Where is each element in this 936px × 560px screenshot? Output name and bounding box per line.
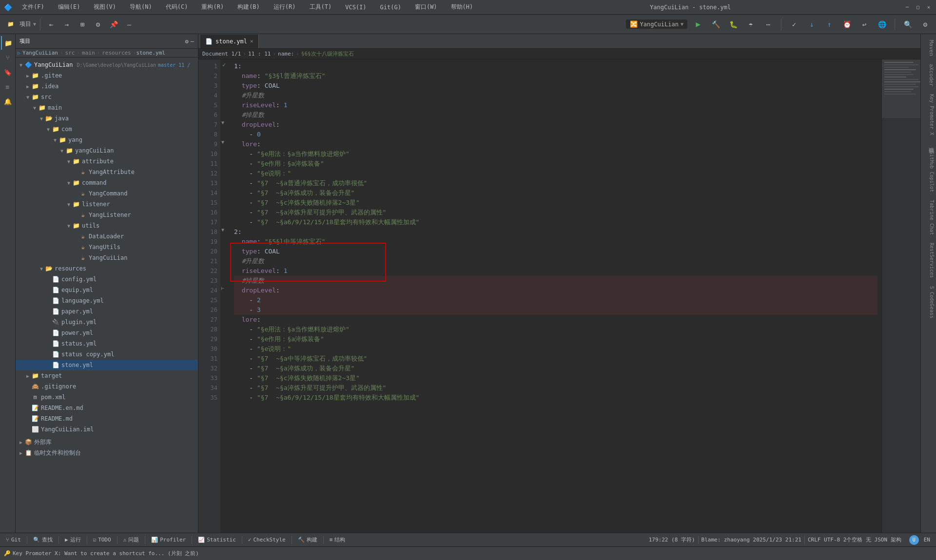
tree-item-readme[interactable]: ▶ 📝 README.md — [16, 413, 198, 424]
menu-code[interactable]: 代码(C) — [162, 3, 192, 11]
tree-item-pom[interactable]: ▶ m pom.xml — [16, 392, 198, 403]
tree-item-yangcuilian2[interactable]: ▶ ☕ YangCuiLian — [16, 252, 198, 263]
tree-item-language[interactable]: ▶ 📄 language.yml — [16, 295, 198, 306]
tree-item-status-copy[interactable]: ▶ 📄 status copy.yml — [16, 349, 198, 360]
status-avatar[interactable]: U — [907, 535, 921, 545]
branch-label[interactable]: YangCuiLian — [640, 21, 678, 28]
status-todo[interactable]: ☑ TODO — [91, 533, 113, 546]
tree-item-stone[interactable]: ▶ 📄 stone.yml — [16, 360, 198, 370]
coverage-icon[interactable]: ☂ — [744, 18, 758, 31]
run-icon[interactable]: ▶ — [691, 18, 705, 31]
menu-view[interactable]: 视图(V) — [90, 3, 120, 11]
pin-icon[interactable]: 📌 — [107, 18, 120, 31]
axcoder-tool[interactable]: aXcoder — [922, 60, 936, 90]
structure-nav-icon[interactable]: ≡ — [1, 80, 15, 94]
tree-item-status[interactable]: ▶ 📄 status.yml — [16, 338, 198, 349]
build-icon[interactable]: 🔨 — [709, 18, 722, 31]
tree-item-equip[interactable]: ▶ 📄 equip.yml — [16, 285, 198, 295]
github-copilot-tool[interactable]: GitHub Copilot — [922, 147, 936, 196]
project-nav-icon[interactable]: 📁 — [1, 36, 15, 50]
navigate-forward-icon[interactable]: → — [60, 18, 74, 31]
status-profiler[interactable]: 📊 Profiler — [149, 533, 188, 546]
tree-item-yanglistener[interactable]: ▶ ☕ YangListener — [16, 210, 198, 220]
menu-build[interactable]: 构建(B) — [234, 3, 264, 11]
menu-tools[interactable]: 工具(T) — [306, 3, 336, 11]
translate-tool[interactable]: 翻译 — [922, 139, 936, 147]
tree-item-com[interactable]: ▼ 📁 com — [16, 124, 198, 135]
codegeass-tool[interactable]: S CodeGeass — [922, 282, 936, 322]
close-button[interactable]: ✕ — [925, 4, 932, 11]
tree-item-external[interactable]: ▶ 📦 外部库 — [16, 437, 198, 447]
tree-item-gitee[interactable]: ▶ 📁 .gitee — [16, 70, 198, 81]
menu-vcs[interactable]: VCS(I) — [341, 4, 370, 11]
more-run-icon[interactable]: ⋯ — [761, 18, 775, 31]
search-everywhere-icon[interactable]: 🔍 — [901, 18, 915, 31]
menu-file[interactable]: 文件(F) — [18, 3, 48, 11]
debug-icon[interactable]: 🐛 — [726, 18, 740, 31]
maximize-button[interactable]: □ — [915, 4, 921, 11]
status-build[interactable]: 🔨 构建 — [296, 533, 319, 546]
translate-icon[interactable]: 🌐 — [875, 18, 889, 31]
tree-item-yangattribute[interactable]: ▶ ☕ YangAttribute — [16, 167, 198, 177]
status-blame[interactable]: Blame: zhaoyang 2025/1/23 21:21 — [700, 537, 803, 543]
settings-icon[interactable]: ⚙ — [91, 18, 105, 31]
collapse-icon[interactable]: — — [122, 18, 136, 31]
gutter-fold-24[interactable]: ⊢ — [221, 286, 224, 291]
tree-item-command[interactable]: ▼ 📁 command — [16, 177, 198, 188]
status-structure[interactable]: ≡ 结构 — [328, 533, 348, 546]
tree-item-power[interactable]: ▶ 📄 power.yml — [16, 328, 198, 338]
tree-item-yangcommand[interactable]: ▶ ☕ YangCommand — [16, 188, 198, 199]
tree-item-utils[interactable]: ▼ 📁 utils — [16, 220, 198, 231]
maven-tool[interactable]: Maven — [922, 36, 936, 60]
status-statistic[interactable]: 📈 Statistic — [196, 533, 238, 546]
tree-item-resources[interactable]: ▼ 📂 resources — [16, 263, 198, 274]
tree-item-readme-en[interactable]: ▶ 📝 README.en.md — [16, 403, 198, 413]
git-revert-icon[interactable]: ↩ — [858, 18, 871, 31]
tab-stone-yml[interactable]: 📄 stone.yml ✕ — [200, 35, 259, 48]
status-issues[interactable]: ⚠ 问题 — [121, 533, 141, 546]
status-git[interactable]: ⑂ Git — [4, 533, 23, 546]
panel-gear-icon[interactable]: ⚙ — [185, 38, 189, 45]
status-position[interactable]: 179:22 (8 字符) — [647, 536, 697, 543]
status-lang[interactable]: EN — [922, 537, 932, 543]
status-search[interactable]: 🔍 查找 — [31, 533, 55, 546]
status-encoding[interactable]: CRLF UTF-8 2个空格 无 JSON 架构 — [806, 536, 903, 543]
tree-item-scratch[interactable]: ▶ 📋 临时文件和控制台 — [16, 447, 198, 458]
tree-item-java[interactable]: ▼ 📂 java — [16, 113, 198, 124]
tree-item-root[interactable]: ▼ 🔷 YangCuiLian D:\Game\develop\YangCuiL… — [16, 59, 198, 70]
tree-item-src[interactable]: ▼ 📁 src — [16, 92, 198, 102]
tabrine-tool[interactable]: Tabrine Chat — [922, 196, 936, 239]
tree-item-idea[interactable]: ▶ 📁 .idea — [16, 81, 198, 92]
branch-dropdown[interactable]: ▼ — [681, 21, 683, 27]
tree-item-gitignore[interactable]: ▶ 🙈 .gitignore — [16, 381, 198, 392]
tree-item-config[interactable]: ▶ 📄 config.yml — [16, 274, 198, 285]
menu-help[interactable]: 帮助(H) — [447, 3, 477, 11]
tree-item-main[interactable]: ▼ 📁 main — [16, 102, 198, 113]
menu-edit[interactable]: 编辑(E) — [54, 3, 84, 11]
menu-run[interactable]: 运行(R) — [270, 3, 300, 11]
tree-item-yang[interactable]: ▼ 📁 yang — [16, 135, 198, 145]
tree-item-paper[interactable]: ▶ 📄 paper.yml — [16, 306, 198, 317]
bookmark-icon[interactable]: 🔖 — [1, 65, 15, 79]
panel-minimize-icon[interactable]: — — [191, 38, 194, 45]
project-dropdown-arrow[interactable]: ▼ — [33, 21, 36, 27]
menu-refactor[interactable]: 重构(R) — [197, 3, 228, 11]
git-pull-icon[interactable]: ↓ — [805, 18, 819, 31]
menu-window[interactable]: 窗口(W) — [411, 3, 441, 11]
rest-services-tool[interactable]: RestServices — [922, 239, 936, 282]
tree-item-iml[interactable]: ▶ ⬜ YangCuiLian.iml — [16, 424, 198, 435]
git-push-icon[interactable]: ↑ — [822, 18, 836, 31]
navigate-back-icon[interactable]: ← — [44, 18, 58, 31]
status-checkstyle[interactable]: ✓ CheckStyle — [246, 533, 288, 546]
tree-item-plugin[interactable]: ▶ 🔌 plugin.yml — [16, 317, 198, 328]
gutter-fold-7[interactable]: ▼ — [221, 120, 224, 125]
tab-stone-close[interactable]: ✕ — [250, 38, 254, 44]
git-commit-icon[interactable]: ✓ — [787, 18, 801, 31]
settings2-icon[interactable]: ⚙ — [918, 18, 932, 31]
gutter-fold-27[interactable]: ▼ — [221, 227, 224, 232]
menu-nav[interactable]: 导航(N) — [126, 3, 156, 11]
view-switcher-icon[interactable]: ⊞ — [76, 18, 89, 31]
tree-item-yangutils[interactable]: ▶ ☕ YangUtils — [16, 242, 198, 252]
commit-icon[interactable]: ⑂ — [1, 51, 15, 64]
code-editor[interactable]: 1 2 3 4 5 6 7 8 9 10 11 12 13 14 15 16 1 — [198, 59, 920, 533]
